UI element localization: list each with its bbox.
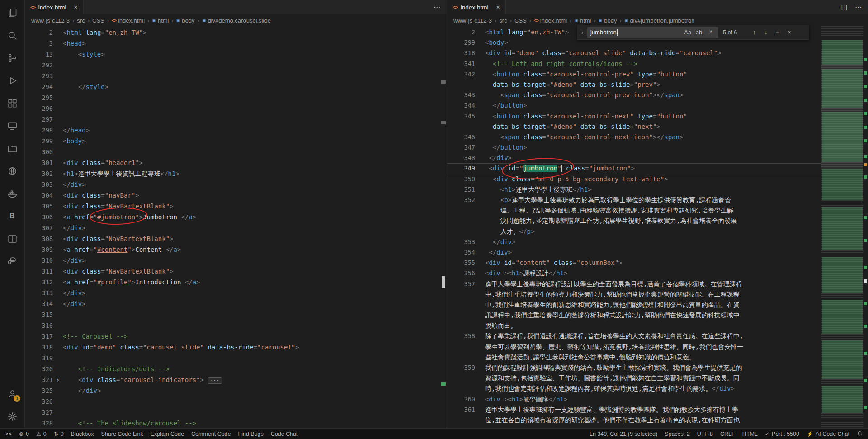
line-number[interactable]: 327 (25, 407, 53, 418)
extensions-icon[interactable] (3, 95, 21, 111)
line-number[interactable]: 300 (25, 146, 53, 157)
code-line[interactable]: 脫穎而出。 (447, 321, 821, 331)
code-line[interactable]: 299<body> (25, 136, 440, 146)
problems-warnings[interactable]: ⚠0 (36, 431, 47, 437)
language-mode[interactable]: HTML (742, 431, 758, 437)
breadcrumb-item[interactable]: ▣div#demo.carousel.slide (202, 17, 271, 24)
line-number[interactable]: 346 (447, 132, 475, 142)
code-line[interactable]: 訊課程中,我們注重培養學生的數據分析和程式設計能力,幫助他們在快速發展的科技領域… (447, 310, 821, 321)
code-line[interactable]: 360<div ><h1>教學團隊</h1> (447, 394, 821, 405)
breadcrumb-item[interactable]: ▣html (574, 17, 591, 24)
code-line[interactable]: 320 <!-- Indicators/dots --> (25, 363, 440, 374)
code-line[interactable]: 350 <div class="mt-0 p-5 bg-secondary te… (447, 174, 821, 184)
line-number[interactable]: 304 (25, 190, 53, 201)
code-line[interactable]: 297 (25, 114, 440, 125)
code-line[interactable]: 293 (25, 71, 440, 81)
line-number[interactable]: 326 (25, 396, 53, 407)
code-line[interactable]: 306<a href="#jumbotron">Jumbotron </a> (25, 212, 440, 222)
share-code-link[interactable]: Share Code Link (101, 431, 143, 437)
find-bugs[interactable]: Find Bugs (238, 431, 264, 437)
account-icon[interactable]: 1 (3, 386, 21, 402)
blackbox[interactable]: Blackbox (71, 431, 94, 437)
code-line[interactable]: 314</div> (25, 298, 440, 309)
settings-gear-icon[interactable] (3, 408, 21, 425)
code-line[interactable]: 303</div> (25, 179, 440, 190)
line-number[interactable] (447, 80, 475, 90)
code-line[interactable]: 344 </button> (447, 100, 821, 111)
code-line[interactable]: 347 </button> (447, 142, 821, 153)
code-line[interactable]: 317<!-- Carousel --> (25, 331, 440, 342)
code-line[interactable]: 318<div id="demo" class="carousel slide"… (25, 342, 440, 353)
line-number[interactable]: 298 (25, 125, 53, 136)
indentation[interactable]: Spaces: 2 (665, 431, 690, 437)
line-number[interactable]: 355 (447, 258, 475, 268)
tab-close-icon[interactable]: × (74, 4, 77, 11)
line-number[interactable] (447, 415, 475, 425)
code-line[interactable]: 中,我們注重培養學生的領導力和決策能力,幫助他們掌握企業運營的關鍵技能。在工程課… (447, 289, 821, 300)
breadcrumb-item[interactable]: src (77, 17, 85, 24)
line-number[interactable]: 299 (25, 136, 53, 146)
line-number[interactable]: 2 (447, 27, 475, 38)
live-server-port[interactable]: ✓Port : 5500 (765, 431, 799, 437)
line-number[interactable] (447, 122, 475, 132)
line-number[interactable] (447, 342, 475, 352)
line-number[interactable]: 347 (447, 142, 475, 153)
match-case-icon[interactable]: Aa (683, 29, 693, 36)
line-number[interactable]: 353 (447, 237, 475, 247)
code-line[interactable]: 304<div class="navBar"> (25, 190, 440, 201)
search-icon[interactable] (3, 27, 21, 43)
code-line[interactable]: 348 </div> (447, 153, 821, 163)
code-line[interactable]: 295 (25, 92, 440, 103)
line-number[interactable]: 317 (25, 331, 53, 342)
find-in-selection-icon[interactable]: ≣ (773, 29, 783, 36)
line-number[interactable] (447, 227, 475, 237)
current-code-line[interactable]: 349 <div id="jumbotron" class="jumbotron… (447, 163, 821, 174)
line-number[interactable]: 307 (25, 222, 53, 233)
breadcrumb-item[interactable]: ▣body (599, 17, 617, 24)
breadcrumb-item[interactable]: ▣html (152, 17, 169, 24)
code-line[interactable]: 312<a href="#profile">Introduction </a> (25, 277, 440, 288)
tab-index-html[interactable]: <> index.html × (25, 0, 84, 14)
line-number[interactable]: 308 (25, 233, 53, 244)
line-number[interactable]: 310 (25, 255, 53, 266)
code-line[interactable]: 342 <button class="carousel-control-prev… (447, 69, 821, 80)
code-line[interactable]: 359我們的課程設計強調理論與實踐的結合,鼓勵學生主動探索和實踐。我們會為學生提… (447, 363, 821, 373)
folder-icon[interactable] (3, 140, 21, 156)
code-editor[interactable]: 2<html lang="en,zh-TW">3<head>13 <style>… (25, 26, 440, 428)
line-number[interactable]: 358 (447, 331, 475, 341)
line-number[interactable] (447, 383, 475, 394)
next-match-icon[interactable]: ↓ (761, 29, 771, 36)
line-number[interactable]: 343 (447, 90, 475, 100)
code-line[interactable]: 327 (25, 407, 440, 418)
code-line[interactable]: 294 </style> (25, 81, 440, 92)
line-number[interactable]: 318 (25, 342, 53, 353)
line-number[interactable]: 342 (447, 69, 475, 80)
code-line[interactable]: 3<head> (25, 38, 440, 49)
breadcrumb-item[interactable]: ▣div#jumbotron.jumbotron (624, 17, 695, 24)
python-icon[interactable] (3, 253, 21, 269)
line-number[interactable]: 351 (447, 184, 475, 195)
line-number[interactable]: 303 (25, 179, 53, 190)
line-number[interactable] (447, 300, 475, 310)
split-editor-icon[interactable]: ◫ (841, 3, 848, 11)
line-number[interactable]: 318 (447, 48, 475, 58)
line-number[interactable]: 359 (447, 363, 475, 373)
line-number[interactable]: 294 (25, 81, 53, 92)
code-line[interactable]: data-bs-target="#demo" data-bs-slide="pr… (447, 80, 821, 90)
code-line[interactable]: 理、工程、資訊等多個領域,由經驗豐富教授授課,安排實習和專題研究,培養學生解 (447, 205, 821, 216)
code-line[interactable]: 學生可以學習到哲學、歷史、藝術等知識,拓寬視野,培養批判性思維。同時,我們也會安… (447, 342, 821, 352)
line-number[interactable]: 350 (447, 174, 475, 184)
line-number[interactable] (447, 205, 475, 216)
regex-icon[interactable]: .* (705, 29, 715, 36)
code-line[interactable]: 292 (25, 60, 440, 71)
tab-close-icon[interactable]: × (496, 4, 500, 11)
line-number[interactable]: 349 (447, 163, 475, 174)
code-line[interactable]: 296 (25, 103, 440, 114)
line-number[interactable]: 305 (25, 201, 53, 212)
line-number[interactable]: 328 (25, 418, 53, 428)
line-number[interactable]: 345 (447, 111, 475, 122)
code-line[interactable]: 13 <style> (25, 49, 440, 60)
close-find-icon[interactable]: × (784, 29, 794, 36)
notifications[interactable] (857, 430, 863, 438)
code-line[interactable]: 358除了專業課程,我們還設有通識課程,旨在培養學生的人文素養和社會責任感。在這… (447, 331, 821, 341)
